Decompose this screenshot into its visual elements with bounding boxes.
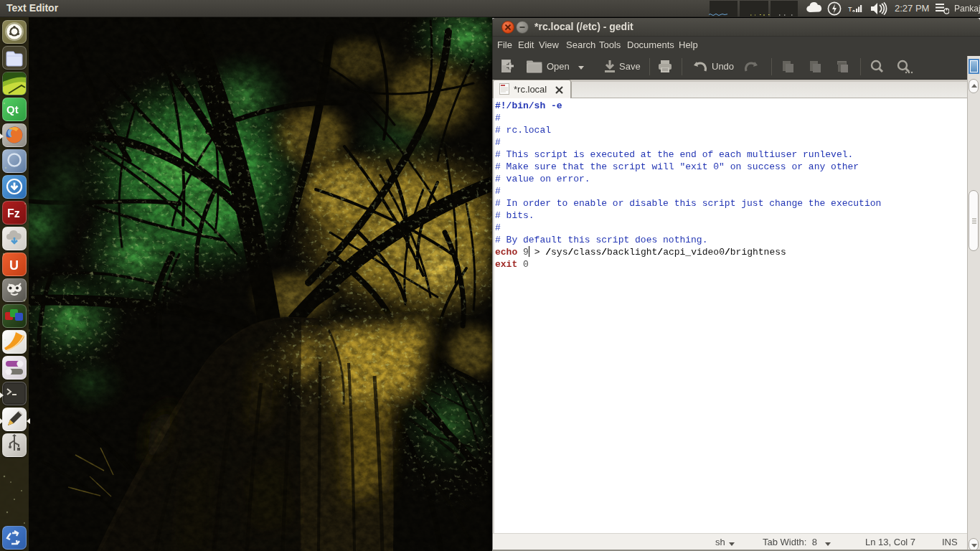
svg-text:Fz: Fz bbox=[7, 207, 20, 220]
svg-text:Qt: Qt bbox=[6, 103, 19, 116]
svg-text:U: U bbox=[9, 258, 19, 273]
svg-text:T: T bbox=[848, 6, 852, 13]
